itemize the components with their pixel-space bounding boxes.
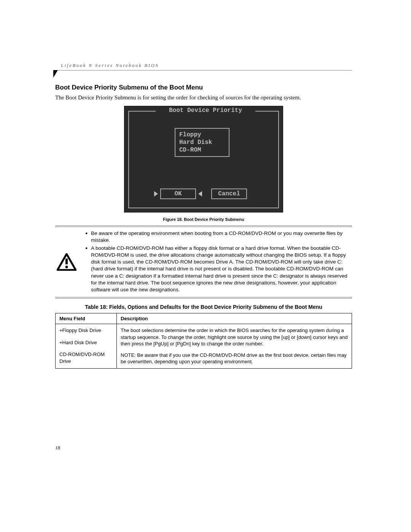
bios-ok-button: OK	[160, 189, 196, 199]
table-header-field: Menu Field	[56, 313, 117, 324]
bios-device-item: CD-ROM	[179, 146, 225, 154]
menu-field-item: +Hard Disk Drive	[59, 339, 113, 346]
bios-frame-title: Boot Device Priority	[159, 107, 252, 114]
callout-item: Be aware of the operating environment wh…	[91, 230, 352, 244]
table-header-desc: Description	[117, 313, 352, 324]
bios-device-list: Floppy Hard Disk CD-ROM	[175, 128, 229, 157]
svg-point-2	[65, 266, 68, 268]
callout-item: A bootable CD-ROM/DVD-ROM has either a f…	[91, 245, 352, 294]
menu-field-item: CD-ROM/DVD-ROM Drive	[59, 351, 113, 364]
bios-screenshot: Boot Device Priority Floppy Hard Disk CD…	[124, 106, 283, 212]
fields-table: Menu Field Description +Floppy Disk Driv…	[55, 313, 352, 369]
divider	[55, 297, 352, 299]
bios-device-item: Floppy	[179, 131, 225, 139]
bios-device-item: Hard Disk	[179, 139, 225, 146]
section-title: Boot Device Priority Submenu of the Boot…	[55, 84, 352, 91]
description-paragraph: The boot selections determine the order …	[121, 327, 348, 347]
tab-mark-icon	[53, 70, 58, 78]
divider	[55, 225, 352, 227]
table-title: Table 18: Fields, Options and Defaults f…	[55, 304, 352, 310]
warning-icon	[55, 230, 78, 294]
page-number: 18	[55, 445, 352, 451]
running-header: LifeBook N Series Notebook BIOS	[61, 63, 352, 69]
svg-rect-1	[65, 259, 68, 264]
section-intro: The Boot Device Priority Submenu is for …	[55, 94, 352, 101]
bios-figure: Boot Device Priority Floppy Hard Disk CD…	[124, 106, 283, 222]
table-row: +Floppy Disk Drive +Hard Disk Drive CD-R…	[56, 324, 352, 369]
warning-callout: Be aware of the operating environment wh…	[55, 230, 352, 294]
bios-cancel-button: Cancel	[211, 189, 247, 199]
figure-caption: Figure 18. Boot Device Priority Submenu	[124, 217, 283, 222]
header-rule	[55, 70, 352, 70]
menu-field-item: +Floppy Disk Drive	[59, 327, 113, 334]
description-paragraph: NOTE: Be aware that if you use the CD-RO…	[121, 352, 348, 365]
